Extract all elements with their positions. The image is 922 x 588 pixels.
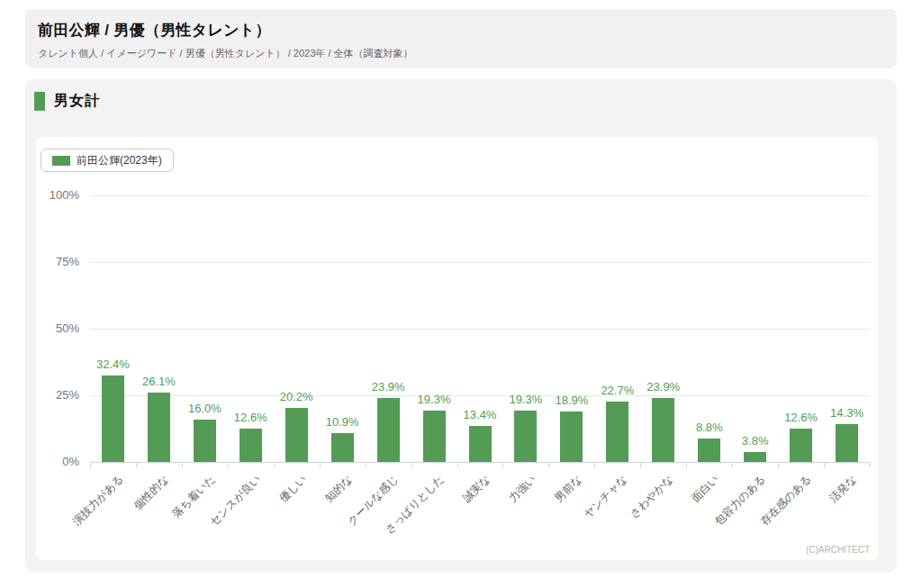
bar-value-label: 23.9% <box>635 380 692 394</box>
bar-知的な <box>331 433 354 462</box>
bar-個性的な <box>148 393 170 462</box>
breadcrumb: タレント個人 / イメージワード / 男優（男性タレント） / 2023年 / … <box>38 47 884 60</box>
x-tick <box>457 463 458 467</box>
bar-センスが良い <box>240 429 262 462</box>
header: 前田公輝 / 男優（男性タレント） タレント個人 / イメージワード / 男優（… <box>25 9 897 68</box>
x-tick <box>182 463 183 467</box>
x-tick <box>778 463 779 467</box>
legend-label: 前田公輝(2023年) <box>77 153 162 168</box>
bar-value-label: 13.4% <box>451 408 509 421</box>
y-tick-label: 25% <box>40 388 79 402</box>
bar-包容力のある <box>744 452 766 462</box>
gridline <box>90 395 870 396</box>
bar-クールな感じ <box>377 398 400 462</box>
page-title: 前田公輝 / 男優（男性タレント） <box>38 20 884 41</box>
x-tick <box>320 463 321 467</box>
bar-value-label: 10.9% <box>313 415 371 429</box>
x-tick <box>136 463 137 467</box>
section-accent-marker-icon <box>34 92 45 111</box>
x-axis-line <box>90 462 870 463</box>
bar-value-label: 8.8% <box>681 421 738 434</box>
x-tick <box>594 463 595 467</box>
bar-value-label: 12.6% <box>221 411 279 424</box>
chart-card: 0%25%50%75%100%32.4%演技力がある26.1%個性的な16.0%… <box>36 137 879 560</box>
y-tick-label: 75% <box>40 255 79 268</box>
x-tick <box>228 463 229 467</box>
x-tick <box>686 463 687 467</box>
bar-存在感のある <box>790 429 812 462</box>
x-tick <box>502 463 503 467</box>
legend-swatch-icon <box>52 156 70 166</box>
bar-優しい <box>285 408 308 462</box>
bar-value-label: 32.4% <box>84 357 141 371</box>
x-tick <box>548 463 549 467</box>
x-tick <box>274 463 275 467</box>
page: 前田公輝 / 男優（男性タレント） タレント個人 / イメージワード / 男優（… <box>0 0 922 588</box>
bar-さっぱりとした <box>423 411 446 462</box>
section-title: 男女計 <box>54 92 100 111</box>
section-male-female-total: 男女計 0%25%50%75%100%32.4%演技力がある26.1%個性的な1… <box>25 79 897 573</box>
bar-さわやかな <box>652 398 674 462</box>
bar-面白い <box>698 439 720 462</box>
x-tick <box>640 463 641 467</box>
x-tick <box>732 463 733 467</box>
section-header: 男女計 <box>34 92 100 111</box>
y-tick-label: 100% <box>40 188 79 202</box>
copyright-text: (C)ARCHITECT <box>806 545 870 555</box>
x-tick <box>411 463 412 467</box>
y-tick-label: 50% <box>40 321 79 335</box>
bar-落ち着いた <box>194 420 216 462</box>
bar-value-label: 14.3% <box>818 406 876 420</box>
bar-誠実な <box>469 426 492 462</box>
gridline <box>90 195 870 196</box>
bar-男前な <box>560 412 583 462</box>
x-tick <box>366 463 366 467</box>
bar-活発な <box>836 424 858 462</box>
bar-chart: 0%25%50%75%100%32.4%演技力がある26.1%個性的な16.0%… <box>36 137 879 560</box>
bar-value-label: 19.3% <box>405 393 463 406</box>
x-tick <box>870 463 871 467</box>
x-tick <box>824 463 825 467</box>
bar-value-label: 3.8% <box>727 434 784 448</box>
bar-演技力がある <box>102 375 124 462</box>
x-tick <box>90 463 91 467</box>
bar-ヤンチャな <box>606 402 628 462</box>
bar-value-label: 26.1% <box>130 375 187 388</box>
gridline <box>90 262 870 263</box>
chart-legend[interactable]: 前田公輝(2023年) <box>41 149 174 172</box>
bar-value-label: 20.2% <box>267 390 325 403</box>
gridline <box>90 329 870 330</box>
bar-力強い <box>514 411 537 462</box>
y-tick-label: 0% <box>40 455 79 468</box>
